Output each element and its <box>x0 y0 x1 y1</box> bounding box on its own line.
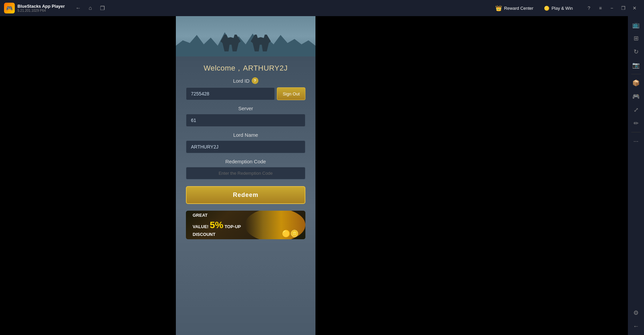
silhouette-figures <box>220 35 271 51</box>
sidebar-back-icon-button[interactable]: ← <box>630 320 642 332</box>
grid-icon-button[interactable]: ⊞ <box>630 32 642 44</box>
minimize-button[interactable]: − <box>606 3 617 13</box>
redeem-button[interactable]: Redeem <box>186 186 305 204</box>
settings-icon-button[interactable]: ⚙ <box>630 307 642 319</box>
app-name: BlueStacks App Player <box>17 4 65 9</box>
more-icon-button[interactable]: ··· <box>630 135 642 147</box>
sidebar-divider-2 <box>631 132 641 132</box>
crown-icon: 👑 <box>495 5 502 11</box>
right-panel: 📺 ⊞ ↻ 📷 📦 🎮 ⤢ ✏ ··· ⚙ ← <box>315 16 644 335</box>
banner-percent: 5% <box>210 220 223 230</box>
lord-id-label: Lord ID ? <box>186 77 305 84</box>
play-win-icon: 🟡 <box>544 6 549 11</box>
sidebar-divider-1 <box>631 74 641 74</box>
form-container: Welcome，ARTHURY2J Lord ID ? Sign Out Ser… <box>176 56 315 246</box>
tv-icon-button[interactable]: 📺 <box>630 19 642 31</box>
rotation-icon-button[interactable]: ↻ <box>630 46 642 58</box>
left-panel <box>0 16 176 335</box>
restore-button[interactable]: ❐ <box>618 3 629 13</box>
server-label: Server <box>186 106 305 111</box>
reward-center-button[interactable]: 👑 Reward Center <box>493 4 536 13</box>
reward-center-label: Reward Center <box>504 6 533 11</box>
menu-button[interactable]: ≡ <box>595 3 606 13</box>
center-panel: Welcome，ARTHURY2J Lord ID ? Sign Out Ser… <box>176 16 315 335</box>
promo-banner[interactable]: GREAT VALUE! 5% TOP-UP DISCOUNT 🟡🪙 <box>186 211 305 239</box>
titlebar-controls: ? ≡ − ❐ ✕ <box>584 3 640 13</box>
apk-icon-button[interactable]: 📦 <box>630 77 642 89</box>
camera-icon-button[interactable]: 📷 <box>630 59 642 71</box>
figure-right <box>251 35 271 51</box>
help-button[interactable]: ? <box>584 3 594 13</box>
titlebar-left: 🎮 BlueStacks App Player 5.21.201.1029 P6… <box>4 3 493 13</box>
app-version: 5.21.201.1029 P64 <box>17 9 65 12</box>
redemption-code-input[interactable] <box>186 167 305 179</box>
titlebar-right: 👑 Reward Center 🟡 Play & Win ? ≡ − ❐ ✕ <box>493 3 640 13</box>
server-value: 61 <box>186 114 305 127</box>
lord-id-row: Sign Out <box>186 87 305 100</box>
figure-left <box>220 35 241 51</box>
redemption-code-label: Redemption Code <box>186 159 305 164</box>
lord-name-label: Lord Name <box>186 132 305 138</box>
edit-icon-button[interactable]: ✏ <box>630 117 642 129</box>
lord-name-value: ARTHURY2J <box>186 140 305 153</box>
silhouette-area <box>176 16 315 56</box>
banner-line2: VALUE! 5% TOP-UP <box>193 218 241 232</box>
multi-nav-button[interactable]: ❐ <box>97 3 108 13</box>
gamepad-icon-button[interactable]: 🎮 <box>630 90 642 102</box>
lord-id-help-icon[interactable]: ? <box>252 77 258 84</box>
home-nav-button[interactable]: ⌂ <box>85 3 96 13</box>
close-button[interactable]: ✕ <box>629 3 640 13</box>
right-sidebar: 📺 ⊞ ↻ 📷 📦 🎮 ⤢ ✏ ··· ⚙ ← <box>628 16 644 335</box>
banner-text: GREAT VALUE! 5% TOP-UP DISCOUNT <box>193 212 241 238</box>
sign-out-button[interactable]: Sign Out <box>277 87 305 100</box>
titlebar-nav: ← ⌂ ❐ <box>73 3 108 13</box>
play-win-button[interactable]: 🟡 Play & Win <box>541 4 576 12</box>
banner-line3: DISCOUNT <box>193 232 241 238</box>
app-info: BlueStacks App Player 5.21.201.1029 P64 <box>17 4 65 12</box>
banner-coins-decoration: 🟡🪙 <box>282 229 299 238</box>
back-nav-button[interactable]: ← <box>73 3 84 13</box>
resize-icon-button[interactable]: ⤢ <box>630 104 642 116</box>
lord-id-input[interactable] <box>186 87 275 100</box>
play-win-label: Play & Win <box>551 6 573 11</box>
app-logo: 🎮 <box>4 3 15 13</box>
main-area: Welcome，ARTHURY2J Lord ID ? Sign Out Ser… <box>0 16 644 335</box>
banner-line1: GREAT <box>193 212 241 218</box>
welcome-text: Welcome，ARTHURY2J <box>186 63 305 73</box>
titlebar: 🎮 BlueStacks App Player 5.21.201.1029 P6… <box>0 0 644 16</box>
